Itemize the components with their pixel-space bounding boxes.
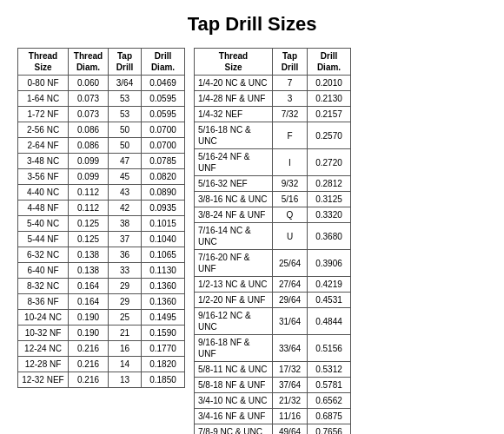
- table-cell: 21: [109, 326, 142, 341]
- table-cell: U: [273, 223, 308, 250]
- table-cell: 6-40 NF: [18, 263, 69, 279]
- table-cell: 0.5312: [308, 362, 351, 378]
- table-cell: 6-32 NC: [18, 247, 69, 263]
- table-cell: 0.6875: [308, 409, 351, 424]
- table-right: ThreadSize TapDrill DrillDiam. 1/4-20 NC…: [194, 48, 351, 434]
- table-cell: 16: [109, 341, 142, 357]
- table-cell: 0.099: [69, 169, 109, 185]
- table-row: 1/2-13 NC & UNC27/640.4219: [195, 277, 351, 293]
- col-header-thread-size-1: ThreadSize: [18, 49, 69, 76]
- table-row: 12-32 NEF0.216130.1850: [18, 372, 185, 388]
- col-header-tap-drill-1: TapDrill: [109, 49, 142, 76]
- table-cell: 5-40 NC: [18, 216, 69, 232]
- table-cell: 0.1015: [142, 216, 185, 232]
- table-row: 2-64 NF0.086500.0700: [18, 138, 185, 154]
- table-cell: 1/4-32 NEF: [195, 107, 273, 122]
- table-cell: 0.060: [69, 76, 109, 91]
- table-cell: 50: [109, 138, 142, 154]
- tables-wrapper: ThreadSize ThreadDiam. TapDrill DrillDia…: [17, 48, 487, 434]
- table-cell: 27/64: [273, 277, 308, 293]
- table-cell: 0.073: [69, 91, 109, 107]
- table-row: 10-24 NC0.190250.1495: [18, 310, 185, 326]
- table-cell: 36: [109, 247, 142, 263]
- table-cell: 1/4-28 NF & UNF: [195, 91, 273, 107]
- table-row: 6-32 NC0.138360.1065: [18, 247, 185, 263]
- table-row: 7/8-9 NC & UNC49/640.7656: [195, 424, 351, 435]
- table-cell: 0.164: [69, 279, 109, 294]
- table-cell: 29/64: [273, 293, 308, 308]
- table-cell: 0.0469: [142, 76, 185, 91]
- table-cell: 3/8-16 NC & UNC: [195, 192, 273, 207]
- table-cell: 5-44 NF: [18, 232, 69, 247]
- table-cell: 3/64: [109, 76, 142, 91]
- table-cell: 0.086: [69, 122, 109, 138]
- table-cell: 1/2-13 NC & UNC: [195, 277, 273, 293]
- table-row: 12-24 NC0.216160.1770: [18, 341, 185, 357]
- table-cell: 0.112: [69, 185, 109, 201]
- table-row: 5/16-32 NEF9/320.2812: [195, 176, 351, 192]
- table-cell: 0.7656: [308, 424, 351, 435]
- table-cell: 29: [109, 294, 142, 310]
- table-cell: 25: [109, 310, 142, 326]
- table-row: 6-40 NF0.138330.1130: [18, 263, 185, 279]
- table-cell: 53: [109, 91, 142, 107]
- table-cell: 0.1040: [142, 232, 185, 247]
- table-cell: 3-48 NC: [18, 154, 69, 169]
- table-row: 7/16-14 NC & UNCU0.3680: [195, 223, 351, 250]
- table-cell: 11/16: [273, 409, 308, 424]
- table-row: 3/8-24 NF & UNFQ0.3320: [195, 207, 351, 223]
- table-cell: 3/4-10 NC & UNC: [195, 393, 273, 409]
- table-cell: 0.1495: [142, 310, 185, 326]
- table-cell: I: [273, 149, 308, 176]
- table-cell: 0.6562: [308, 393, 351, 409]
- table-cell: 0.2157: [308, 107, 351, 122]
- table-cell: 0.4531: [308, 293, 351, 308]
- table-cell: 4-48 NF: [18, 201, 69, 216]
- table-cell: 12-32 NEF: [18, 372, 69, 388]
- table-cell: 17/32: [273, 362, 308, 378]
- table-cell: 0.3680: [308, 223, 351, 250]
- table-cell: 13: [109, 372, 142, 388]
- table-cell: 7/16-20 NF & UNF: [195, 250, 273, 277]
- table-row: 3/4-10 NC & UNC21/320.6562: [195, 393, 351, 409]
- col-header-drill-diam-1: DrillDiam.: [142, 49, 185, 76]
- table-cell: 0.3320: [308, 207, 351, 223]
- table-cell: 45: [109, 169, 142, 185]
- table-row: 10-32 NF0.190210.1590: [18, 326, 185, 341]
- table-row: 1/4-20 NC & UNC70.2010: [195, 76, 351, 91]
- table-cell: 38: [109, 216, 142, 232]
- table-cell: 0.1130: [142, 263, 185, 279]
- table-row: 9/16-12 NC & UNC31/640.4844: [195, 308, 351, 335]
- table-cell: 0.190: [69, 310, 109, 326]
- table-cell: 0.0935: [142, 201, 185, 216]
- table-row: 1/2-20 NF & UNF29/640.4531: [195, 293, 351, 308]
- table-cell: 2-64 NF: [18, 138, 69, 154]
- table-cell: 3/8-24 NF & UNF: [195, 207, 273, 223]
- table-cell: 1-64 NC: [18, 91, 69, 107]
- table-cell: 0.0595: [142, 107, 185, 122]
- table-row: 3-56 NF0.099450.0820: [18, 169, 185, 185]
- table-cell: 0.0785: [142, 154, 185, 169]
- table-cell: 7: [273, 76, 308, 91]
- col-header-tap-drill-2: TapDrill: [273, 49, 308, 76]
- table-row: 2-56 NC0.086500.0700: [18, 122, 185, 138]
- table-row: 5-40 NC0.125380.1015: [18, 216, 185, 232]
- table-cell: 10-32 NF: [18, 326, 69, 341]
- table-cell: 0.2010: [308, 76, 351, 91]
- table-cell: 5/16: [273, 192, 308, 207]
- table-cell: 0.2570: [308, 122, 351, 149]
- table-row: 3/8-16 NC & UNC5/160.3125: [195, 192, 351, 207]
- table-cell: 0.0700: [142, 138, 185, 154]
- table-cell: 29: [109, 279, 142, 294]
- table-cell: 0.3125: [308, 192, 351, 207]
- table-row: 0-80 NF0.0603/640.0469: [18, 76, 185, 91]
- table-cell: 14: [109, 357, 142, 372]
- table-cell: 7/8-9 NC & UNC: [195, 424, 273, 435]
- table-cell: 43: [109, 185, 142, 201]
- table-cell: 37/64: [273, 378, 308, 393]
- table-cell: 0.164: [69, 294, 109, 310]
- table-row: 3-48 NC0.099470.0785: [18, 154, 185, 169]
- col-header-thread-size-2: ThreadSize: [195, 49, 273, 76]
- table-row: 5/16-24 NF & UNFI0.2720: [195, 149, 351, 176]
- table-left: ThreadSize ThreadDiam. TapDrill DrillDia…: [17, 48, 185, 388]
